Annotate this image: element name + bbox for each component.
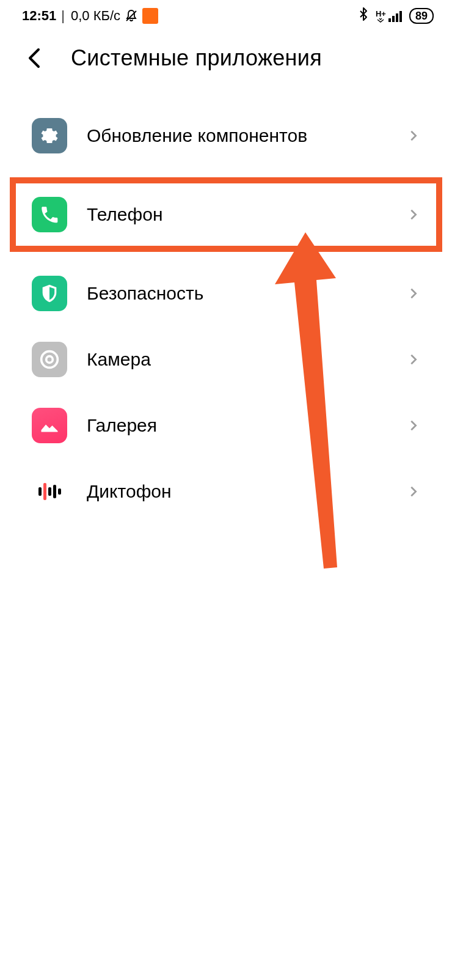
camera-icon — [32, 342, 67, 377]
list-item-label: Галерея — [87, 415, 387, 436]
bluetooth-icon — [357, 7, 370, 25]
status-left: 12:51 | 0,0 КБ/с — [22, 8, 158, 24]
list-item-label: Камера — [87, 349, 387, 370]
page-header: Системные приложения — [0, 29, 452, 78]
list-item-update[interactable]: Обновление компонентов — [0, 103, 452, 169]
chevron-right-icon — [407, 287, 420, 300]
shield-icon — [32, 276, 67, 311]
list-item-label: Безопасность — [87, 283, 387, 304]
app-list: Обновление компонентов Телефон Безопасно… — [0, 78, 452, 525]
svg-point-6 — [46, 356, 53, 363]
svg-point-5 — [42, 352, 58, 368]
status-speed: 0,0 КБ/с — [71, 8, 120, 24]
chevron-right-icon — [407, 419, 420, 432]
gallery-icon — [32, 408, 67, 443]
svg-rect-1 — [388, 18, 391, 22]
chevron-right-icon — [407, 129, 420, 142]
list-item-security[interactable]: Безопасность — [0, 260, 452, 326]
phone-icon — [32, 197, 67, 232]
chevron-right-icon — [407, 208, 420, 221]
page-title: Системные приложения — [71, 45, 322, 71]
battery-indicator: 89 — [409, 8, 434, 24]
mi-app-icon — [142, 8, 158, 24]
list-item-label: Телефон — [87, 204, 387, 225]
signal-icon: H+ — [376, 10, 403, 23]
chevron-left-icon — [26, 48, 42, 68]
recorder-icon — [32, 474, 67, 509]
svg-rect-4 — [399, 11, 402, 22]
list-item-label: Диктофон — [87, 481, 387, 502]
bell-off-icon — [124, 9, 139, 23]
list-item-gallery[interactable]: Галерея — [0, 392, 452, 459]
svg-rect-2 — [392, 16, 395, 22]
status-time: 12:51 — [22, 8, 56, 24]
network-type: H+ — [376, 10, 386, 18]
gear-icon — [32, 118, 67, 153]
list-item-recorder[interactable]: Диктофон — [0, 459, 452, 525]
chevron-right-icon — [407, 485, 420, 498]
status-separator: | — [61, 8, 65, 24]
list-item-phone[interactable]: Телефон — [10, 177, 442, 252]
svg-rect-3 — [396, 13, 398, 22]
status-bar: 12:51 | 0,0 КБ/с H+ — [0, 0, 452, 29]
list-item-camera[interactable]: Камера — [0, 326, 452, 392]
chevron-right-icon — [407, 353, 420, 366]
list-item-label: Обновление компонентов — [87, 125, 387, 146]
back-button[interactable] — [22, 46, 46, 70]
status-right: H+ 89 — [357, 7, 434, 25]
